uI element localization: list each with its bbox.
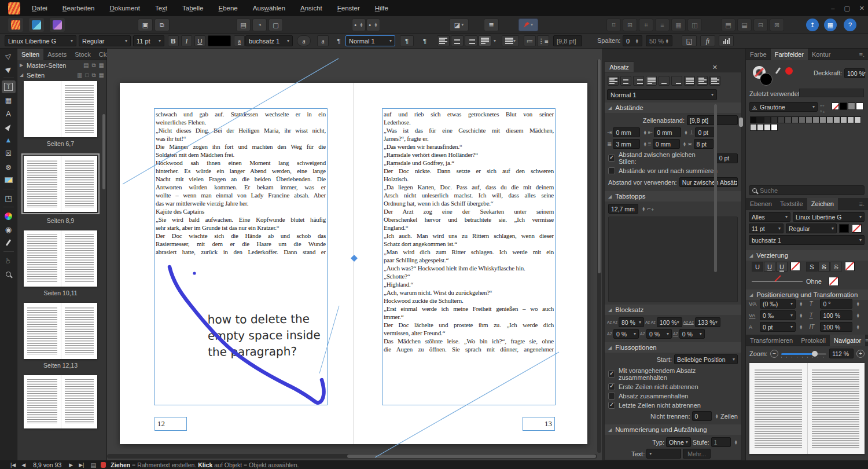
ellipse-tool-icon[interactable]: ◔ [252, 19, 267, 31]
swatch-options-icon[interactable]: ▫▫▫₊ [820, 102, 826, 114]
char-style-select2[interactable]: buchsatz 1▾ [749, 235, 865, 245]
minimize-button[interactable]: – [831, 5, 834, 12]
menu-ebene[interactable]: Ebene [211, 5, 245, 12]
preflight-icon[interactable]: ▤ [90, 461, 96, 468]
collapse-icon[interactable]: ◢ [20, 72, 24, 78]
start-select[interactable]: Beliebige Position▾ [674, 354, 738, 364]
mehr-button[interactable]: Mehr... [683, 449, 711, 459]
zoom-value-field[interactable]: 112 % [829, 349, 854, 358]
preset-menu-icon[interactable]: ◪▾ [449, 19, 469, 31]
deckkraft-select[interactable]: 100 % [844, 68, 865, 78]
rect-picture-frame-tool[interactable]: ☒ [2, 147, 16, 160]
page-thumbnail[interactable]: Seiten 12,13 [21, 303, 100, 371]
bullet-list-icon[interactable]: ≔ [524, 35, 536, 46]
designer-persona-icon[interactable] [50, 18, 65, 32]
word-spacing-opt-select[interactable]: 100 %▾ [657, 317, 682, 327]
gray-swatch[interactable] [812, 116, 819, 123]
menu-datei[interactable]: Datei [24, 5, 55, 12]
absatz-scrollbar[interactable] [714, 104, 717, 272]
underline-double-button[interactable]: U [776, 262, 788, 272]
move-tool[interactable]: ▷ [2, 49, 16, 62]
word-spacing-max-select[interactable]: 133 %▾ [695, 317, 720, 327]
pen-tool[interactable] [2, 120, 16, 133]
gray-swatch[interactable] [854, 116, 861, 123]
snap-guides-icon[interactable]: ⌗ [639, 19, 653, 31]
strike-double-button[interactable]: S [830, 262, 842, 272]
justify-left-icon[interactable] [646, 76, 657, 86]
tab-assets[interactable]: Assets [43, 49, 71, 60]
add-page-icon[interactable]: □ [85, 72, 89, 79]
char-size-select[interactable]: 11 pt▾ [749, 223, 784, 233]
page-thumbnail[interactable]: Seiten 8,9 [21, 153, 100, 226]
absatz-style-select[interactable]: Normal 1▾ [607, 89, 717, 100]
tab-stock[interactable]: Stock [71, 49, 95, 60]
italic-button[interactable]: I [181, 35, 192, 46]
vertical-scrollbar[interactable] [597, 59, 601, 453]
deckkraft-arrow-icon[interactable]: ▾ [863, 71, 866, 75]
master-pages-row[interactable]: ▶ Master-Seiten ▤⧉▦ [17, 60, 106, 70]
pan-tool[interactable]: ☞ [2, 254, 16, 267]
spalten-gap-field[interactable]: 50 %▲▼ [646, 35, 672, 46]
font-size-select[interactable]: 11 pt▾ [133, 35, 164, 46]
before-use-select[interactable]: Nur zwischen Absätzen [679, 177, 738, 187]
horizontal-scale-field[interactable]: 100 % [820, 322, 852, 332]
distribute-objects-icon[interactable]: ⊠ [770, 19, 784, 31]
snap-pixel-icon[interactable]: ◫ [687, 19, 702, 31]
tab-ebenen[interactable]: Ebenen [746, 198, 776, 210]
tabstop-list[interactable] [608, 217, 738, 302]
paragraph-marks-icon[interactable]: ¶ [418, 35, 431, 46]
align-center-icon[interactable] [620, 76, 631, 86]
search-box[interactable] [749, 185, 865, 195]
gray-swatch[interactable] [771, 116, 778, 123]
tab-navigator[interactable]: Navigator [830, 335, 865, 346]
gray-swatch[interactable] [833, 116, 840, 123]
zoom-tool[interactable] [2, 268, 16, 280]
leading-value-field[interactable]: [9,8 pt] [553, 35, 582, 46]
menu-text[interactable]: Text [148, 5, 175, 12]
gray-swatch[interactable] [806, 116, 812, 123]
order-back-icon[interactable]: ⬓ [737, 19, 752, 31]
indent-right-field[interactable]: 0 mm [654, 127, 681, 137]
tab-farbfelder[interactable]: Farbfelder [771, 49, 808, 60]
toward-spine-icon[interactable] [697, 76, 708, 86]
char-color-icon[interactable]: a [234, 35, 245, 46]
tab-transformieren[interactable]: Transformieren [746, 335, 797, 346]
place-image-tool[interactable] [2, 174, 16, 186]
snap-grid-icon[interactable]: ⊞ [623, 19, 637, 31]
strike-none-button[interactable]: S [806, 262, 818, 272]
gray-swatch[interactable] [778, 116, 785, 123]
char-weight-select[interactable]: Regular▾ [786, 223, 837, 233]
autocorrect-icon[interactable]: a [297, 35, 311, 46]
absatz-close-icon[interactable]: ✕ [712, 64, 718, 71]
pages-row[interactable]: ◢ Seiten ▥□⧉▦ [17, 70, 106, 80]
align-more-icon[interactable]: ▾ [492, 39, 496, 43]
horizontal-scrollbar[interactable] [107, 454, 597, 459]
nummerierung-header[interactable]: ◢Nummerierung und Aufzählung [605, 424, 741, 435]
close-button[interactable]: ✕ [859, 5, 865, 12]
away-from-spine-icon[interactable] [709, 76, 720, 86]
point-transform-x-stepper[interactable]: •▲▼ [352, 19, 366, 31]
word-spacing-min-select[interactable]: 80 %▾ [619, 317, 644, 327]
crop-tool[interactable]: ◳ [2, 192, 16, 204]
same-style-field[interactable]: 0 pt [716, 153, 738, 163]
quick-swatch[interactable] [832, 102, 839, 110]
space-after-field[interactable]: 0 mm [653, 139, 680, 149]
page-thumbnail[interactable]: Seiten 10,11 [21, 230, 100, 298]
letter-spacing-max-select[interactable]: 0 %▾ [679, 329, 705, 339]
first-line-indent-field[interactable]: 0 pt [695, 127, 715, 137]
flussoptionen-header[interactable]: ◢Flussoptionen [605, 342, 741, 353]
next-page-button[interactable]: ▶ [69, 462, 73, 468]
insert-pages-icon[interactable]: ⧉ [155, 19, 170, 31]
line-color-swatch[interactable] [829, 277, 838, 286]
rect-tool-icon[interactable]: ▢ [269, 19, 283, 31]
snap-spread-icon[interactable]: ≡ [655, 19, 670, 31]
text-color-swatch[interactable] [208, 35, 231, 46]
fluss-checkbox[interactable] [608, 402, 615, 409]
same-style-checkbox[interactable] [608, 155, 615, 162]
scope-select[interactable]: Alles▾ [749, 212, 790, 222]
menu-ansicht[interactable]: Ansicht [293, 5, 330, 12]
maximize-button[interactable]: ▢ [844, 5, 849, 12]
align-left-icon[interactable] [437, 35, 450, 46]
publisher-persona-icon[interactable] [8, 18, 23, 32]
bold-button[interactable]: B [168, 35, 179, 46]
